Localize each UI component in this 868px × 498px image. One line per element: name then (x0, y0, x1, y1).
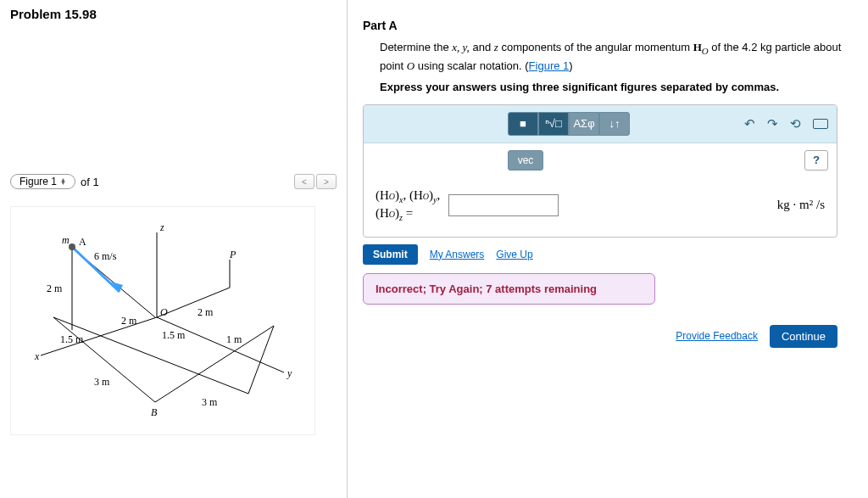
figure-label: Figure 1 (19, 176, 57, 187)
feedback-message: Incorrect; Try Again; 7 attempts remaini… (363, 273, 655, 305)
svg-text:P: P (229, 249, 236, 260)
svg-line-7 (157, 288, 230, 317)
redo-icon[interactable]: ↷ (767, 116, 778, 131)
part-title: Part A (363, 19, 853, 32)
figure-updown-icon: ▲▼ (60, 178, 66, 185)
svg-line-3 (248, 326, 274, 394)
svg-text:y: y (287, 367, 292, 379)
svg-line-9 (41, 317, 157, 355)
figure-link[interactable]: Figure 1 (529, 59, 570, 72)
keyboard-icon[interactable] (813, 119, 828, 129)
answer-units: kg · m² /s (777, 198, 825, 212)
svg-text:O: O (160, 306, 168, 318)
problem-title: Problem 15.98 (10, 7, 337, 21)
svg-text:1 m: 1 m (226, 333, 242, 345)
svg-line-2 (53, 317, 155, 402)
root-button[interactable]: ⁿ√□ (538, 112, 569, 136)
figure-next-button[interactable]: > (316, 174, 337, 189)
svg-text:B: B (151, 406, 158, 418)
svg-text:2 m: 2 m (47, 283, 63, 294)
figure-count: of 1 (81, 176, 99, 188)
figure-illustration: m A 6 m/s 2 m 2 m 2 m 1.5 m 1.5 m 1 m 3 … (10, 206, 315, 435)
continue-button[interactable]: Continue (770, 325, 837, 348)
subsup-button[interactable]: ↓↑ (599, 112, 630, 136)
svg-text:2 m: 2 m (198, 306, 214, 318)
svg-point-30 (69, 243, 75, 250)
svg-line-0 (53, 317, 248, 394)
figure-prev-button[interactable]: < (294, 174, 314, 189)
help-button[interactable]: ? (804, 150, 828, 171)
svg-text:3 m: 3 m (202, 396, 218, 408)
part-instruction: Express your answers using three signifi… (380, 79, 853, 96)
vec-button[interactable]: vec (508, 150, 543, 171)
svg-text:z: z (159, 221, 164, 233)
svg-text:m: m (62, 234, 70, 246)
svg-line-10 (157, 317, 284, 372)
my-answers-link[interactable]: My Answers (430, 249, 485, 260)
equation-toolbar: ■ ⁿ√□ ΑΣφ ↓↑ ↶ ↷ ⟲ (364, 105, 837, 143)
provide-feedback-link[interactable]: Provide Feedback (676, 330, 758, 342)
svg-text:2 m: 2 m (121, 315, 137, 327)
svg-text:x: x (34, 350, 40, 362)
undo-icon[interactable]: ↶ (744, 116, 755, 131)
submit-button[interactable]: Submit (363, 244, 418, 265)
templates-button[interactable]: ■ (508, 112, 538, 136)
answer-box: ■ ⁿ√□ ΑΣφ ↓↑ ↶ ↷ ⟲ vec ? (HO)x, (HO)y, (363, 104, 837, 238)
give-up-link[interactable]: Give Up (496, 249, 532, 260)
svg-text:1.5 m: 1.5 m (60, 333, 84, 345)
svg-text:6 m/s: 6 m/s (94, 250, 117, 262)
part-prompt: Determine the x, y, and z components of … (380, 39, 853, 96)
figure-header: Figure 1 ▲▼ of 1 < > (10, 174, 337, 189)
svg-text:A: A (79, 236, 86, 248)
svg-text:3 m: 3 m (94, 376, 110, 388)
answer-input[interactable] (448, 194, 559, 216)
svg-text:1.5 m: 1.5 m (162, 329, 186, 341)
answer-input-row: (HO)x, (HO)y, (HO)z = kg · m² /s (364, 177, 837, 237)
figure-select-pill[interactable]: Figure 1 ▲▼ (10, 174, 75, 189)
reset-icon[interactable]: ⟲ (790, 116, 801, 131)
answer-lhs: (HO)x, (HO)y, (HO)z = (376, 187, 440, 223)
greek-button[interactable]: ΑΣφ (569, 112, 599, 136)
